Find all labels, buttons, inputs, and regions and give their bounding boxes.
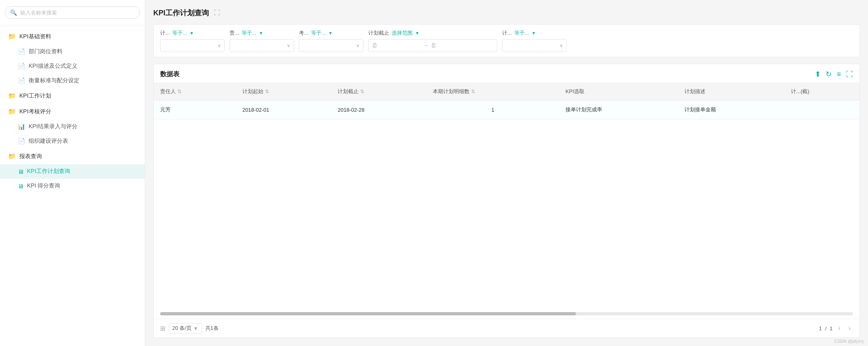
- page-size-label: 20 条/页: [172, 325, 192, 332]
- data-actions: ⬆ ↻ ≡ ⛶: [815, 70, 853, 79]
- filter-condition-filter2[interactable]: 等于...: [242, 29, 257, 37]
- sidebar-item-label: 组织建设评分表: [29, 138, 68, 145]
- data-section: 数据表 ⬆ ↻ ≡ ⛶ 责任人⇅计划起始⇅计划截止⇅本期计划明细数⇅KPI选取计…: [153, 64, 860, 338]
- filter-label-filter1: 计...: [160, 29, 170, 37]
- filter-drop-arrow-filter3[interactable]: ▼: [328, 31, 333, 35]
- sidebar-item-kpi-desc[interactable]: 📄KPI描述及公式定义: [0, 59, 145, 73]
- filter-label-row: 责... 等于... ▼: [230, 29, 294, 37]
- monitor-icon: 🖥: [18, 168, 24, 175]
- page-header: KPI工作计划查询 ⛶: [153, 8, 860, 18]
- calendar-icon-from[interactable]: 🗓: [372, 42, 378, 49]
- nav-list: 📁KPI基础资料📄部门岗位资料📄KPI描述及公式定义📄衡量标准与配分设定📁KPI…: [0, 25, 145, 346]
- sidebar-item-kpi-result[interactable]: 📊KPI结果录入与评分: [0, 119, 145, 134]
- sidebar-item-kpi-std[interactable]: 📄衡量标准与配分设定: [0, 73, 145, 88]
- filter-label-row: 考... 等于... ▼: [299, 29, 363, 37]
- doc-icon: 📄: [18, 63, 25, 70]
- filter-drop-arrow-filter4[interactable]: ▼: [415, 31, 419, 35]
- page-size-select[interactable]: 20 条/页 ▼: [169, 323, 202, 333]
- sidebar-group-label: KPI工作计划: [19, 92, 51, 100]
- cell-plan_end: 2018-02-28: [331, 100, 426, 119]
- filter-label-row: 计... 等于... ▼: [160, 29, 225, 37]
- filter-group-filter4: 计划截止 选择范围 ▼ 🗓 ~ 🗓: [368, 29, 497, 52]
- folder-icon: 📁: [8, 152, 16, 160]
- sidebar-group-kpi-work-plan[interactable]: 📁KPI工作计划: [0, 88, 145, 104]
- date-to-input[interactable]: [440, 43, 480, 49]
- sidebar-group-kpi-eval[interactable]: 📁KPI考核评分: [0, 104, 145, 119]
- folder-icon: 📁: [8, 92, 16, 100]
- expand-icon[interactable]: ⛶: [214, 9, 220, 17]
- filter-condition-filter4[interactable]: 选择范围: [392, 29, 413, 37]
- data-table: 责任人⇅计划起始⇅计划截止⇅本期计划明细数⇅KPI选取计划描述计...(截) 元…: [154, 83, 860, 119]
- cell-kpi_select: 接单计划完成率: [559, 100, 678, 119]
- filter-drop-arrow-filter1[interactable]: ▼: [190, 31, 194, 35]
- cell-plan_detail: 1: [426, 100, 559, 119]
- fullscreen-icon[interactable]: ⛶: [846, 70, 853, 79]
- date-separator: ~: [424, 42, 428, 49]
- filter-condition-filter5[interactable]: 等于...: [514, 29, 529, 37]
- col-header-plan_detail[interactable]: 本期计划明细数⇅: [426, 83, 559, 100]
- horizontal-scrollbar[interactable]: [160, 312, 853, 315]
- page-title: KPI工作计划查询: [153, 8, 209, 18]
- current-page: 1: [819, 325, 822, 331]
- filter-group-filter3: 考... 等于... ▼ ∨: [299, 29, 363, 52]
- sort-icon: ⇅: [471, 89, 475, 94]
- filter-select-filter5[interactable]: ∨: [502, 39, 567, 52]
- doc-icon: 📄: [18, 138, 25, 145]
- col-header-plan_end[interactable]: 计划截止⇅: [331, 83, 426, 100]
- col-header-plan_extra: 计...(截): [785, 83, 860, 100]
- upload-icon[interactable]: ⬆: [815, 70, 821, 79]
- sidebar-item-dept-post[interactable]: 📄部门岗位资料: [0, 44, 145, 59]
- refresh-icon[interactable]: ↻: [826, 70, 832, 79]
- filter-down-arrow-filter2: ∨: [287, 43, 290, 48]
- sort-icon: ⇅: [265, 89, 269, 94]
- next-page-button[interactable]: ›: [846, 324, 853, 333]
- sidebar-group-report-query[interactable]: 📁报表查询: [0, 148, 145, 164]
- table-row[interactable]: 元芳2018-02-012018-02-281接单计划完成率计划接单金额: [154, 100, 860, 119]
- filter-group-filter2: 责... 等于... ▼ ∨: [230, 29, 294, 52]
- filter-select-filter3[interactable]: ∨: [299, 39, 363, 52]
- date-from-input[interactable]: [381, 43, 421, 49]
- pagination: ⊞ 20 条/页 ▼ 共1条 1 / 1 ‹ ›: [154, 319, 860, 338]
- monitor-icon: 🖥: [18, 183, 24, 190]
- sidebar-item-kpi-score-query[interactable]: 🖥KPI 得分查询: [0, 179, 145, 193]
- cell-responsible: 元芳: [154, 100, 236, 119]
- sidebar-group-kpi-base[interactable]: 📁KPI基础资料: [0, 29, 145, 44]
- sidebar: 🔍 📁KPI基础资料📄部门岗位资料📄KPI描述及公式定义📄衡量标准与配分设定📁K…: [0, 0, 145, 346]
- scrollbar-area: [154, 309, 860, 319]
- filter-label-row: 计划截止 选择范围 ▼: [368, 29, 497, 37]
- sidebar-group-label: 报表查询: [19, 153, 42, 160]
- search-icon: 🔍: [10, 9, 17, 16]
- filter-select-filter2[interactable]: ∨: [230, 39, 294, 52]
- total-count: 共1条: [205, 325, 219, 332]
- sidebar-item-label: 部门岗位资料: [29, 48, 63, 55]
- sidebar-item-label: KPI描述及公式定义: [29, 63, 77, 70]
- cell-plan_start: 2018-02-01: [236, 100, 331, 119]
- filter-group-filter1: 计... 等于... ▼ ∨: [160, 29, 225, 52]
- search-input-wrap[interactable]: 🔍: [5, 6, 140, 19]
- chart-icon: 📊: [18, 123, 25, 130]
- calendar-icon-to[interactable]: 🗓: [431, 42, 436, 49]
- sidebar-item-org-build[interactable]: 📄组织建设评分表: [0, 134, 145, 148]
- scrollbar-thumb[interactable]: [160, 312, 576, 315]
- filter-drop-arrow-filter5[interactable]: ▼: [532, 31, 536, 35]
- filter-condition-filter1[interactable]: 等于...: [172, 29, 187, 37]
- watermark: CSDN @jdyzry: [834, 339, 864, 344]
- filter-down-arrow-filter5: ∨: [559, 43, 563, 48]
- folder-icon: 📁: [8, 108, 16, 115]
- filter-setting-icon[interactable]: ≡: [837, 70, 841, 79]
- prev-page-button[interactable]: ‹: [836, 324, 843, 333]
- col-header-responsible[interactable]: 责任人⇅: [154, 83, 236, 100]
- page-controls: 1 / 1 ‹ ›: [819, 324, 853, 333]
- filter-select-filter1[interactable]: ∨: [160, 39, 225, 52]
- filter-label-filter2: 责...: [230, 29, 239, 37]
- filter-drop-arrow-filter2[interactable]: ▼: [259, 31, 263, 35]
- filter-row: 计... 等于... ▼ ∨ 责... 等于... ▼ ∨ 考... 等于...: [160, 29, 853, 52]
- sidebar-item-label: 衡量标准与配分设定: [29, 77, 79, 84]
- col-header-kpi_select: KPI选取: [559, 83, 678, 100]
- col-header-plan_desc: 计划描述: [678, 83, 785, 100]
- col-header-plan_start[interactable]: 计划起始⇅: [236, 83, 331, 100]
- filter-condition-filter3[interactable]: 等于...: [311, 29, 326, 37]
- table-wrap: 责任人⇅计划起始⇅计划截止⇅本期计划明细数⇅KPI选取计划描述计...(截) 元…: [154, 83, 860, 309]
- sidebar-item-kpi-work-query[interactable]: 🖥KPI工作计划查询: [0, 164, 145, 179]
- search-input[interactable]: [20, 10, 135, 16]
